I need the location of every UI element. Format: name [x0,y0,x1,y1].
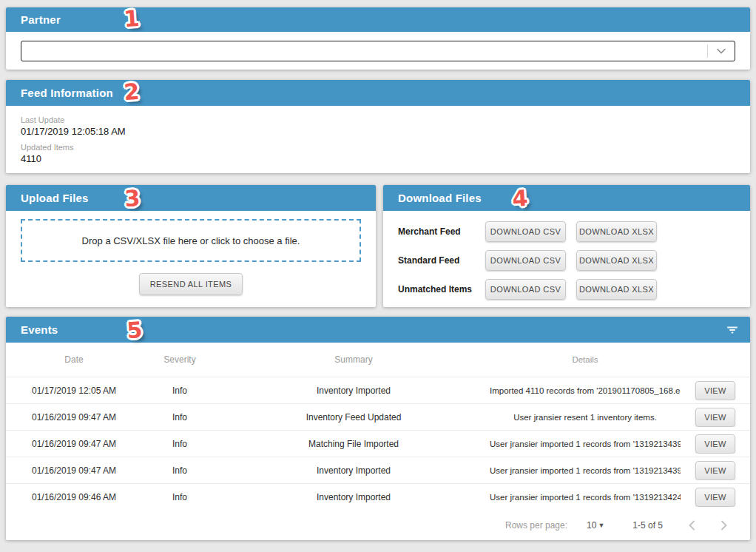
event-summary: Inventory Imported [217,492,490,502]
dropzone-text: Drop a CSV/XLSX file here or click to ch… [82,235,300,246]
unmatched-items-download-xlsx-button[interactable]: DOWNLOAD XLSX [576,279,657,300]
event-details: Imported 4110 records from '201901170805… [490,386,681,395]
event-summary: Matching File Imported [217,439,490,449]
download-row-unmatched-items: Unmatched Items DOWNLOAD CSV DOWNLOAD XL… [398,275,750,303]
updated-items-label: Updated Items [21,143,735,152]
download-files-panel: Download Files Merchant Feed DOWNLOAD CS… [383,185,750,307]
event-severity: Info [142,412,217,423]
table-row: 01/16/2019 09:46 AM Info Inventory Impor… [6,483,750,510]
event-date: 01/17/2019 12:05 AM [6,386,142,396]
event-date: 01/16/2019 09:46 AM [6,492,142,502]
next-page-icon[interactable] [720,520,728,531]
view-button[interactable]: VIEW [695,434,735,454]
filter-icon[interactable] [726,317,738,343]
standard-feed-download-xlsx-button[interactable]: DOWNLOAD XLSX [576,250,657,271]
table-row: 01/16/2019 09:47 AM Info Matching File I… [6,430,750,457]
event-severity: Info [142,492,217,502]
view-button[interactable]: VIEW [695,488,735,507]
pagination-range: 1-5 of 5 [632,520,663,531]
rows-per-page-select[interactable]: 10 ▼ [587,520,604,531]
partner-panel-header: Partner [6,7,750,32]
view-button[interactable]: VIEW [695,408,735,427]
standard-feed-download-csv-button[interactable]: DOWNLOAD CSV [485,250,566,271]
download-row-standard-feed: Standard Feed DOWNLOAD CSV DOWNLOAD XLSX [398,246,750,275]
event-details: User jransier resent 1 inventory items. [490,413,681,422]
last-update-value: 01/17/2019 12:05:18 AM [21,126,735,137]
resend-wrap: RESEND ALL ITEMS [6,273,376,295]
caret-down-icon: ▼ [598,522,604,529]
merchant-feed-download-csv-button[interactable]: DOWNLOAD CSV [485,221,566,242]
partner-select[interactable] [21,41,735,61]
updated-items-value: 4110 [21,153,735,164]
event-date: 01/16/2019 09:47 AM [6,439,142,449]
upload-files-panel: Upload Files Drop a CSV/XLSX file here o… [6,185,376,307]
upload-files-header: Upload Files [6,185,376,211]
feed-information-header: Feed Information [6,80,750,106]
standard-feed-label: Standard Feed [398,255,485,266]
merchant-feed-label: Merchant Feed [398,226,485,237]
column-header-severity: Severity [142,354,217,365]
event-details: User jransier imported 1 records from '1… [490,440,681,448]
rows-per-page-value: 10 [587,520,596,531]
feed-information-body: Last Update 01/17/2019 12:05:18 AM Updat… [6,106,750,180]
unmatched-items-label: Unmatched Items [398,284,485,294]
download-files-title: Download Files [398,192,482,204]
download-row-merchant-feed: Merchant Feed DOWNLOAD CSV DOWNLOAD XLSX [398,217,750,246]
events-panel: Events Date Severity Summary Details 01/… [6,317,750,540]
feed-information-panel: Feed Information Last Update 01/17/2019 … [6,80,750,173]
event-summary: Inventory Imported [217,465,490,476]
event-summary: Inventory Feed Updated [217,412,490,423]
event-severity: Info [142,465,217,476]
event-details: User jransier imported 1 records from '1… [490,493,681,502]
chevron-down-icon[interactable] [708,48,735,54]
event-date: 01/16/2019 09:47 AM [6,412,142,423]
rows-per-page-label: Rows per page: [505,520,567,531]
column-header-details: Details [490,355,681,364]
event-severity: Info [142,386,217,396]
event-details: User jransier imported 1 records from '1… [490,466,681,475]
unmatched-items-download-csv-button[interactable]: DOWNLOAD CSV [485,279,566,300]
event-severity: Info [142,439,217,449]
event-summary: Inventory Imported [217,386,490,396]
last-update-label: Last Update [21,115,735,124]
table-row: 01/16/2019 09:47 AM Info Inventory Feed … [6,403,750,430]
column-header-summary: Summary [217,354,490,365]
partner-panel: Partner [6,7,750,70]
pagination-footer: Rows per page: 10 ▼ 1-5 of 5 [6,510,750,540]
previous-page-icon[interactable] [688,520,695,531]
view-button[interactable]: VIEW [695,381,735,400]
events-header: Events [6,317,750,343]
page: Partner Feed Information Last Update 01/… [0,0,756,552]
merchant-feed-download-xlsx-button[interactable]: DOWNLOAD XLSX [576,221,657,242]
file-dropzone[interactable]: Drop a CSV/XLSX file here or click to ch… [21,219,361,262]
partner-panel-title: Partner [21,13,61,26]
download-files-body: Merchant Feed DOWNLOAD CSV DOWNLOAD XLSX… [383,211,750,303]
feed-information-title: Feed Information [21,87,113,99]
view-button[interactable]: VIEW [695,461,735,480]
events-table-header: Date Severity Summary Details [6,343,750,377]
upload-files-title: Upload Files [21,192,89,204]
table-row: 01/16/2019 09:47 AM Info Inventory Impor… [6,457,750,483]
event-date: 01/16/2019 09:47 AM [6,465,142,476]
table-row: 01/17/2019 12:05 AM Info Inventory Impor… [6,377,750,403]
download-files-header: Download Files [383,185,750,211]
column-header-date: Date [6,354,142,365]
resend-all-items-button[interactable]: RESEND ALL ITEMS [139,273,243,295]
events-title: Events [21,323,58,336]
partner-panel-body [6,32,750,70]
